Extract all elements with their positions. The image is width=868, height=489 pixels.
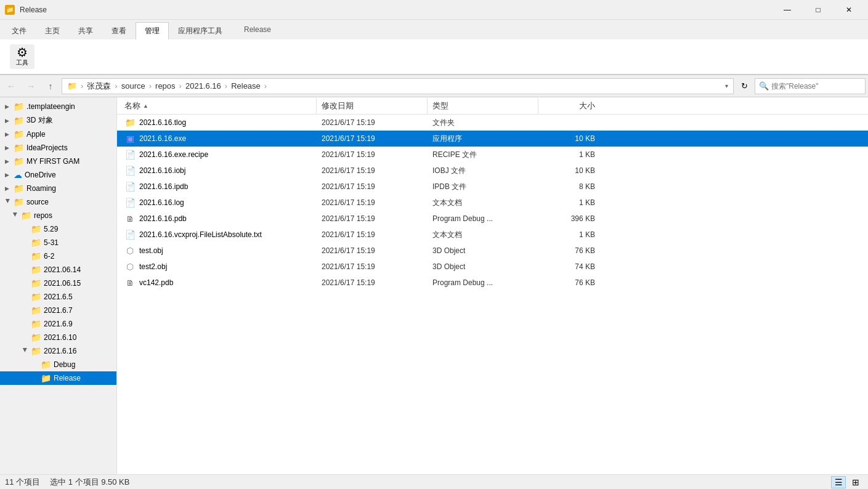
sidebar-item-source[interactable]: ▶ 📁 source [0, 195, 116, 209]
file-row-vc142pdb[interactable]: 🗎 vc142.pdb 2021/6/17 15:19 Program Debu… [117, 275, 868, 291]
tab-manage[interactable]: 管理 [136, 22, 169, 39]
folder-icon-62: 📁 [31, 251, 41, 261]
sidebar-item-529[interactable]: ▶ 📁 5.29 [0, 222, 116, 236]
address-area: ← → ↑ 📁 › 张茂森 › source › repos › 2021.6.… [0, 75, 868, 97]
sidebar-label-repos: repos [34, 211, 52, 220]
file-row-test2obj[interactable]: ⬡ test2.obj 2021/6/17 15:19 3D Object 74… [117, 259, 868, 275]
forward-button[interactable]: → [22, 78, 39, 95]
sidebar-item-3dobj[interactable]: ▶ 📁 3D 对象 [0, 113, 116, 127]
file-type-exe: 应用程序 [428, 132, 538, 146]
sidebar-label-529: 5.29 [44, 225, 58, 233]
sidebar-item-202169[interactable]: ▶ 📁 2021.6.9 [0, 317, 116, 331]
tab-file[interactable]: 文件 [2, 22, 36, 39]
sidebar-label-release: Release [54, 374, 81, 382]
sidebar-item-62[interactable]: ▶ 📁 6-2 [0, 249, 116, 263]
breadcrumb-user[interactable]: 张茂森 [87, 81, 111, 92]
sidebar-item-202165[interactable]: ▶ 📁 2021.6.5 [0, 290, 116, 304]
search-box[interactable]: 🔍 [755, 78, 866, 94]
col-header-type[interactable]: 类型 [428, 98, 538, 114]
file-name-text-ipdb: 2021.6.16.ipdb [139, 182, 188, 191]
sidebar-item-release[interactable]: ▶ 📁 Release [0, 371, 116, 385]
sidebar-item-2021610[interactable]: ▶ 📁 2021.6.10 [0, 331, 116, 344]
file-name-text-iobj: 2021.6.16.iobj [139, 166, 185, 175]
search-input[interactable] [771, 82, 864, 91]
breadcrumb-home-icon: 📁 [67, 81, 77, 91]
sidebar-label-debug: Debug [54, 360, 75, 369]
sidebar-item-2021616[interactable]: ▶ 📁 2021.6.16 [0, 344, 116, 358]
maximize-button[interactable]: □ [804, 0, 832, 20]
sidebar-item-onedrive[interactable]: ▶ ☁ OneDrive [0, 168, 116, 182]
refresh-button[interactable]: ↻ [736, 78, 752, 94]
ribbon-btn-label: 工具 [16, 59, 28, 67]
ribbon-btn-placeholder[interactable]: ⚙ 工具 [10, 44, 34, 69]
sidebar-item-repos[interactable]: ▶ 📁 repos [0, 209, 116, 222]
close-button[interactable]: ✕ [835, 0, 863, 20]
col-header-size[interactable]: 大小 [538, 98, 600, 114]
file-icon-pdb: 🗎 [124, 214, 136, 224]
breadcrumb-release[interactable]: Release [231, 81, 261, 91]
breadcrumb-date[interactable]: 2021.6.16 [185, 81, 221, 91]
file-row-testobj[interactable]: ⬡ test.obj 2021/6/17 15:19 3D Object 76 … [117, 243, 868, 259]
expand-arrow-repos: ▶ [12, 212, 18, 219]
file-type-test2obj: 3D Object [428, 261, 538, 273]
file-row-pdb[interactable]: 🗎 2021.6.16.pdb 2021/6/17 15:19 Program … [117, 211, 868, 227]
sidebar-item-debug[interactable]: ▶ 📁 Debug [0, 358, 116, 371]
sidebar-label-20210614: 2021.06.14 [44, 265, 81, 274]
file-row-tlog[interactable]: 📁 2021.6.16.tlog 2021/6/17 15:19 文件夹 [117, 115, 868, 131]
file-icon-vcxproj: 📄 [124, 230, 136, 240]
file-size-recipe: 1 KB [538, 148, 600, 161]
file-name-text-vcxproj: 2021.6.16.vcxproj.FileListAbsolute.txt [139, 230, 262, 239]
file-name-text-recipe: 2021.6.16.exe.recipe [139, 150, 208, 159]
sidebar: ▶ 📁 .templateengin ▶ 📁 3D 对象 ▶ 📁 Apple ▶… [0, 97, 117, 474]
sidebar-label-202165: 2021.6.5 [44, 293, 73, 301]
address-bar[interactable]: 📁 › 张茂森 › source › repos › 2021.6.16 › R… [62, 78, 734, 94]
sidebar-item-roaming[interactable]: ▶ 📁 Roaming [0, 182, 116, 195]
title-bar-left: 📁 Release [5, 5, 47, 15]
tab-app-tools[interactable]: 应用程序工具 [169, 22, 232, 39]
breadcrumb-source[interactable]: source [121, 81, 145, 91]
up-button[interactable]: ↑ [42, 78, 59, 95]
file-row-vcxproj[interactable]: 📄 2021.6.16.vcxproj.FileListAbsolute.txt… [117, 227, 868, 243]
file-name-testobj: ⬡ test.obj [120, 244, 317, 257]
obj-icon-test2obj: ⬡ [124, 262, 136, 272]
large-icons-view-button[interactable]: ⊞ [848, 476, 863, 488]
sidebar-item-202167[interactable]: ▶ 📁 2021.6.7 [0, 304, 116, 317]
breadcrumb-repos[interactable]: repos [155, 81, 176, 91]
file-date-ipdb: 2021/6/17 15:19 [317, 180, 428, 193]
sidebar-item-myfirstgam[interactable]: ▶ 📁 MY FIRST GAM [0, 155, 116, 168]
sidebar-item-20210614[interactable]: ▶ 📁 2021.06.14 [0, 263, 116, 277]
file-row-log[interactable]: 📄 2021.6.16.log 2021/6/17 15:19 文本文档 1 K… [117, 195, 868, 211]
tab-share[interactable]: 共享 [69, 22, 102, 39]
sidebar-label-source: source [26, 198, 49, 206]
file-name-ipdb: 📄 2021.6.16.ipdb [120, 180, 317, 193]
sidebar-label-roaming: Roaming [26, 184, 56, 193]
details-view-button[interactable]: ☰ [831, 476, 846, 488]
sidebar-item-apple[interactable]: ▶ 📁 Apple [0, 127, 116, 141]
sidebar-item-531[interactable]: ▶ 📁 5-31 [0, 236, 116, 249]
file-date-iobj: 2021/6/17 15:19 [317, 164, 428, 177]
file-row-recipe[interactable]: 📄 2021.6.16.exe.recipe 2021/6/17 15:19 R… [117, 147, 868, 163]
address-dropdown-arrow[interactable]: ▾ [725, 83, 728, 89]
col-header-date[interactable]: 修改日期 [317, 98, 428, 114]
file-row-ipdb[interactable]: 📄 2021.6.16.ipdb 2021/6/17 15:19 IPDB 文件… [117, 179, 868, 195]
file-icon-recipe: 📄 [124, 150, 136, 160]
file-type-vc142pdb: Program Debug ... [428, 277, 538, 289]
minimize-button[interactable]: — [773, 0, 801, 20]
file-row-iobj[interactable]: 📄 2021.6.16.iobj 2021/6/17 15:19 IOBJ 文件… [117, 163, 868, 179]
obj-icon-testobj: ⬡ [124, 246, 136, 256]
sidebar-item-20210615[interactable]: ▶ 📁 2021.06.15 [0, 277, 116, 290]
title-bar: 📁 Release — □ ✕ [0, 0, 868, 20]
sidebar-item-ideaprojects[interactable]: ▶ 📁 IdeaProjects [0, 141, 116, 155]
col-header-name[interactable]: 名称 ▲ [120, 98, 317, 114]
tab-view[interactable]: 查看 [102, 22, 136, 39]
ribbon-group-tools: ⚙ 工具 [5, 42, 39, 71]
file-name-text-testobj: test.obj [139, 246, 163, 255]
sidebar-item-templateengine[interactable]: ▶ 📁 .templateengin [0, 100, 116, 113]
file-size-vcxproj: 1 KB [538, 228, 600, 241]
file-size-tlog [538, 121, 600, 124]
file-row-exe[interactable]: ▣ 2021.6.16.exe 2021/6/17 15:19 应用程序 10 … [117, 131, 868, 147]
back-button[interactable]: ← [2, 78, 20, 95]
expand-arrow-source: ▶ [5, 199, 11, 205]
tab-home[interactable]: 主页 [36, 22, 69, 39]
selected-info: 选中 1 个项目 9.50 KB [50, 477, 129, 488]
